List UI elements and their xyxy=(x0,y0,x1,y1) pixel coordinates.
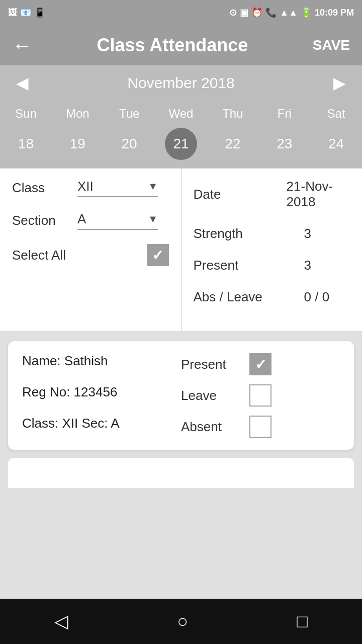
class-value: XII xyxy=(77,179,144,194)
date-22[interactable]: 22 xyxy=(207,130,258,158)
student-cards: Name: Sathish Present ✓ Reg No: 123456 L… xyxy=(0,331,362,498)
section-label: Section xyxy=(12,213,77,228)
week-days-row: Sun Mon Tue Wed Thu Fri Sat xyxy=(0,103,362,125)
select-all-label: Select All xyxy=(12,248,147,263)
class-label: Class xyxy=(12,180,77,196)
abs-leave-info-value: 0 / 0 xyxy=(304,289,330,305)
present-info-row: Present 3 xyxy=(194,258,350,273)
right-status-icons: ⊙ ▣ ⏰ 📞 ▲▲ 🔋 10:09 PM xyxy=(229,7,354,18)
present-info-label: Present xyxy=(194,258,304,273)
class-select[interactable]: XII ▼ xyxy=(77,179,158,197)
prev-month-button[interactable]: ◀ xyxy=(16,73,29,93)
student-card-grid: Name: Sathish Present ✓ Reg No: 123456 L… xyxy=(22,353,340,438)
abs-leave-info-label: Abs / Leave xyxy=(194,289,304,305)
weekday-sat: Sat xyxy=(310,103,362,125)
back-button[interactable]: ← xyxy=(12,34,32,57)
leave-attendance-row: Leave xyxy=(181,384,340,407)
abs-leave-info-row: Abs / Leave 0 / 0 xyxy=(194,289,350,305)
student-class: Class: XII Sec: A xyxy=(22,416,181,438)
absent-checkbox[interactable] xyxy=(249,416,272,438)
weekday-sun: Sun xyxy=(0,103,52,125)
class-dropdown-arrow: ▼ xyxy=(148,181,158,192)
weekday-mon: Mon xyxy=(52,103,104,125)
alarm-icon: ⏰ xyxy=(251,7,262,18)
section-row: Section A ▼ xyxy=(12,211,169,230)
nav-bar: ◁ ○ □ xyxy=(0,599,362,644)
date-info-label: Date xyxy=(194,187,287,202)
present-checkbox[interactable]: ✓ xyxy=(249,353,272,375)
section-select[interactable]: A ▼ xyxy=(77,211,158,230)
month-year-title: November 2018 xyxy=(127,74,234,92)
back-nav-button[interactable]: ◁ xyxy=(54,611,68,632)
recent-nav-button[interactable]: □ xyxy=(297,611,308,632)
student-card-0: Name: Sathish Present ✓ Reg No: 123456 L… xyxy=(8,341,354,450)
gallery-icon: 🖼 xyxy=(8,8,17,18)
strength-info-label: Strength xyxy=(194,226,304,242)
month-navigation: ◀ November 2018 ▶ xyxy=(0,73,362,93)
present-checkmark-icon: ✓ xyxy=(255,356,266,373)
form-right: Date 21-Nov-2018 Strength 3 Present 3 Ab… xyxy=(182,169,363,331)
weekday-fri: Fri xyxy=(258,103,310,125)
next-month-button[interactable]: ▶ xyxy=(333,73,346,93)
signal-icon: ▲▲ xyxy=(280,8,298,18)
phone-icon: 📱 xyxy=(34,7,45,18)
weekday-thu: Thu xyxy=(207,103,258,125)
present-attendance-row: Present ✓ xyxy=(181,353,340,375)
section-value: A xyxy=(77,211,144,227)
date-info-row: Date 21-Nov-2018 xyxy=(194,179,350,210)
calendar: ◀ November 2018 ▶ Sun Mon Tue Wed Thu Fr… xyxy=(0,65,362,168)
select-all-checkbox[interactable]: ✓ xyxy=(147,244,169,266)
vibrate-icon: ▣ xyxy=(240,7,248,18)
strength-info-row: Strength 3 xyxy=(194,226,350,242)
app-header: ← Class Attendance SAVE xyxy=(0,25,362,65)
time: 10:09 PM xyxy=(315,8,354,18)
status-bar: 🖼 📧 📱 ⊙ ▣ ⏰ 📞 ▲▲ 🔋 10:09 PM xyxy=(0,0,362,25)
call-icon: 📞 xyxy=(265,7,277,18)
weekday-wed: Wed xyxy=(155,103,207,125)
leave-attendance-label: Leave xyxy=(181,388,241,404)
date-info-value: 21-Nov-2018 xyxy=(287,179,350,210)
wifi-icon: ⊙ xyxy=(229,7,237,18)
notification-icon: 📧 xyxy=(20,7,31,18)
strength-info-value: 3 xyxy=(304,226,311,242)
class-row: Class XII ▼ xyxy=(12,179,169,197)
dates-row: 18 19 20 21 22 23 24 xyxy=(0,130,362,158)
checkmark-icon: ✓ xyxy=(152,247,163,264)
leave-checkbox[interactable] xyxy=(249,384,272,407)
student-reg: Reg No: 123456 xyxy=(22,384,181,407)
select-all-row: Select All ✓ xyxy=(12,244,169,266)
date-18[interactable]: 18 xyxy=(0,130,52,158)
date-21[interactable]: 21 xyxy=(155,130,207,158)
section-dropdown-arrow: ▼ xyxy=(148,213,158,225)
weekday-tue: Tue xyxy=(104,103,155,125)
date-20[interactable]: 20 xyxy=(104,130,155,158)
home-nav-button[interactable]: ○ xyxy=(177,611,188,632)
student-name: Name: Sathish xyxy=(22,353,181,375)
absent-attendance-row: Absent xyxy=(181,416,340,438)
present-info-value: 3 xyxy=(304,258,311,273)
form-area: Class XII ▼ Section A ▼ Select All ✓ Dat… xyxy=(0,168,362,331)
status-icons: 🖼 📧 📱 xyxy=(8,7,45,18)
student-card-partial xyxy=(8,458,354,488)
absent-attendance-label: Absent xyxy=(181,419,241,435)
date-19[interactable]: 19 xyxy=(52,130,104,158)
save-button[interactable]: SAVE xyxy=(313,37,350,53)
date-23[interactable]: 23 xyxy=(258,130,310,158)
form-left: Class XII ▼ Section A ▼ Select All ✓ xyxy=(0,169,182,331)
date-24[interactable]: 24 xyxy=(310,130,362,158)
present-attendance-label: Present xyxy=(181,357,241,372)
battery-icon: 🔋 xyxy=(301,7,312,18)
page-title: Class Attendance xyxy=(97,35,248,56)
